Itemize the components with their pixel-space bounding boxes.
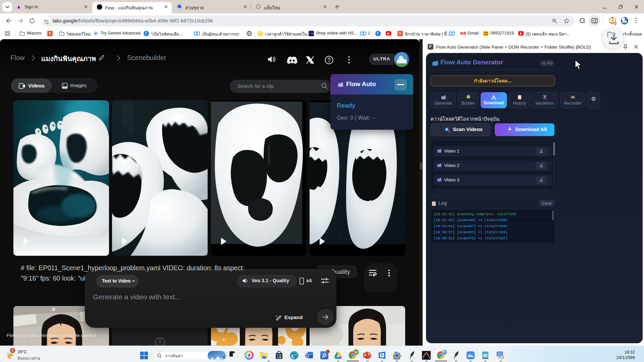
svg-text:P: P: [364, 354, 367, 357]
svg-text:2: 2: [614, 21, 616, 25]
